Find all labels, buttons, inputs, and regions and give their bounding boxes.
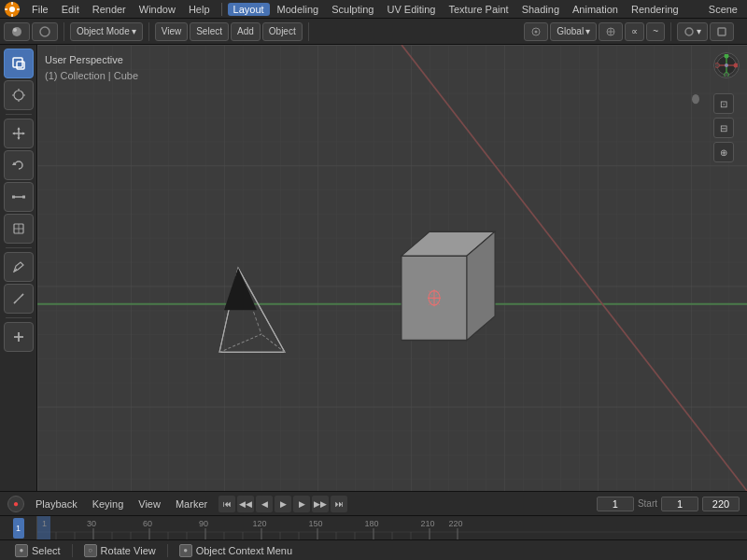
menu-window[interactable]: Window — [134, 3, 181, 16]
transform-pivot[interactable] — [524, 22, 548, 41]
add-menu[interactable]: Add — [231, 22, 261, 41]
timeline-ruler[interactable]: 1 30 60 90 120 150 180 — [0, 515, 747, 539]
tool-add[interactable] — [4, 322, 34, 352]
tab-uv-editing[interactable]: UV Editing — [381, 3, 441, 16]
view-menu[interactable]: View — [155, 22, 189, 41]
toolbar-overlay-group: ▾ — [677, 22, 740, 41]
tool-annotate[interactable] — [4, 252, 34, 282]
svg-text:60: 60 — [143, 519, 152, 528]
tl-prev-keyframe[interactable]: ◀◀ — [237, 496, 254, 512]
tl-jump-start[interactable]: ⏮ — [218, 496, 235, 512]
viewport-perspective-toggle[interactable]: ⊡ — [713, 93, 734, 114]
tool-cursor[interactable] — [4, 80, 34, 110]
overlay-dropdown[interactable]: ▾ — [677, 22, 708, 41]
svg-point-18 — [14, 91, 23, 100]
tab-shading[interactable]: Shading — [516, 3, 565, 16]
svg-text:220: 220 — [448, 519, 462, 528]
tab-rendering[interactable]: Rendering — [626, 3, 684, 16]
tl-next-keyframe[interactable]: ▶▶ — [312, 496, 329, 512]
svg-point-1 — [9, 7, 15, 12]
svg-rect-32 — [22, 196, 25, 199]
header-toolbar: Object Mode ▾ View Select Add Object Glo… — [0, 19, 747, 45]
svg-point-14 — [685, 28, 693, 35]
svg-point-6 — [12, 27, 21, 36]
svg-text:30: 30 — [87, 519, 96, 528]
tool-separator-3 — [6, 317, 32, 318]
tool-rotate[interactable] — [4, 150, 34, 180]
tool-move[interactable] — [4, 119, 34, 148]
svg-text:210: 210 — [420, 519, 434, 528]
timeline-record[interactable]: ● — [7, 496, 24, 512]
viewport-local-toggle[interactable]: ⊕ — [713, 142, 734, 162]
viewport-shading-material[interactable] — [32, 22, 58, 41]
scene-dropdown[interactable]: Scene — [703, 3, 743, 16]
select-menu[interactable]: Select — [190, 22, 229, 41]
tool-transform[interactable] — [4, 214, 34, 244]
proportional-edit[interactable]: ∝ — [625, 22, 644, 41]
status-divider-2 — [167, 544, 168, 557]
ruler-svg: 30 60 90 120 150 180 210 220 — [37, 515, 747, 539]
tab-texture-paint[interactable]: Texture Paint — [443, 3, 514, 16]
proportional-falloff[interactable]: ~ — [646, 22, 665, 41]
timeline-menu-marker[interactable]: Marker — [172, 497, 211, 511]
tab-modeling[interactable]: Modeling — [272, 3, 325, 16]
timeline-ruler-ticks: 30 60 90 120 150 180 210 220 — [0, 516, 747, 539]
start-frame-input[interactable]: 1 — [661, 497, 698, 511]
select-label: Select — [32, 545, 61, 556]
tab-sculpting[interactable]: Sculpting — [326, 3, 379, 16]
tl-play[interactable]: ▶ — [275, 496, 291, 512]
tool-separator-1 — [6, 114, 32, 115]
tool-measure[interactable] — [4, 284, 34, 314]
svg-text:150: 150 — [308, 519, 322, 528]
svg-line-38 — [14, 301, 16, 303]
svg-point-8 — [40, 27, 49, 36]
status-rotate-view: ○ Rotate View — [77, 544, 163, 557]
viewport-gizmo-x[interactable] — [713, 52, 740, 78]
transform-global[interactable]: Global ▾ — [550, 22, 597, 41]
mouse-middle-icon: ○ — [84, 544, 97, 557]
tl-next-frame[interactable]: ▶ — [293, 496, 310, 512]
xray-toggle[interactable] — [710, 22, 734, 41]
svg-point-71 — [725, 63, 728, 67]
tl-jump-end[interactable]: ⏭ — [331, 496, 347, 512]
viewport-shading-solid[interactable] — [4, 22, 30, 41]
blender-logo — [4, 1, 21, 18]
viewport-right-controls: ⊡ ⊟ ⊕ — [713, 52, 740, 162]
status-context-menu: ● Object Context Menu — [172, 544, 300, 557]
end-frame-input[interactable]: 220 — [702, 497, 740, 511]
timeline-transport-controls: ⏮ ◀◀ ◀ ▶ ▶ ▶▶ ⏭ — [218, 496, 347, 512]
menu-file[interactable]: File — [26, 3, 54, 16]
svg-point-70 — [715, 63, 720, 68]
tool-separator-2 — [6, 247, 32, 248]
current-frame-marker: 1 — [13, 518, 24, 539]
menu-help[interactable]: Help — [183, 3, 216, 16]
tool-scale[interactable] — [4, 182, 34, 212]
viewport-ortho-toggle[interactable]: ⊟ — [713, 118, 734, 138]
timeline-menu-view[interactable]: View — [134, 497, 164, 511]
object-mode-dropdown[interactable]: Object Mode ▾ — [70, 22, 143, 41]
tab-animation[interactable]: Animation — [567, 3, 624, 16]
svg-rect-17 — [17, 62, 24, 69]
viewport-3d[interactable]: User Perspective (1) Collection | Cube ⊡… — [37, 45, 747, 491]
svg-rect-44 — [37, 45, 747, 491]
svg-point-63 — [692, 94, 699, 104]
main-area: User Perspective (1) Collection | Cube ⊡… — [0, 45, 747, 491]
timeline-menu-playback[interactable]: Playback — [32, 497, 81, 511]
menu-edit[interactable]: Edit — [56, 3, 85, 16]
tab-layout[interactable]: Layout — [228, 3, 270, 16]
timeline-menu-keying[interactable]: Keying — [89, 497, 128, 511]
object-menu[interactable]: Object — [262, 22, 303, 41]
svg-point-69 — [725, 73, 729, 77]
snap-toggle[interactable] — [599, 22, 623, 41]
rotate-view-label: Rotate View — [101, 545, 156, 556]
current-frame-input[interactable]: 1 — [597, 497, 634, 511]
svg-marker-28 — [22, 133, 25, 135]
svg-rect-31 — [12, 196, 15, 199]
svg-point-7 — [13, 28, 17, 32]
svg-marker-26 — [17, 137, 20, 140]
menu-render[interactable]: Render — [87, 3, 132, 16]
status-select: ● Select — [7, 544, 68, 557]
svg-rect-15 — [718, 28, 726, 35]
tool-select[interactable] — [4, 49, 34, 78]
tl-prev-frame[interactable]: ◀ — [256, 496, 273, 512]
